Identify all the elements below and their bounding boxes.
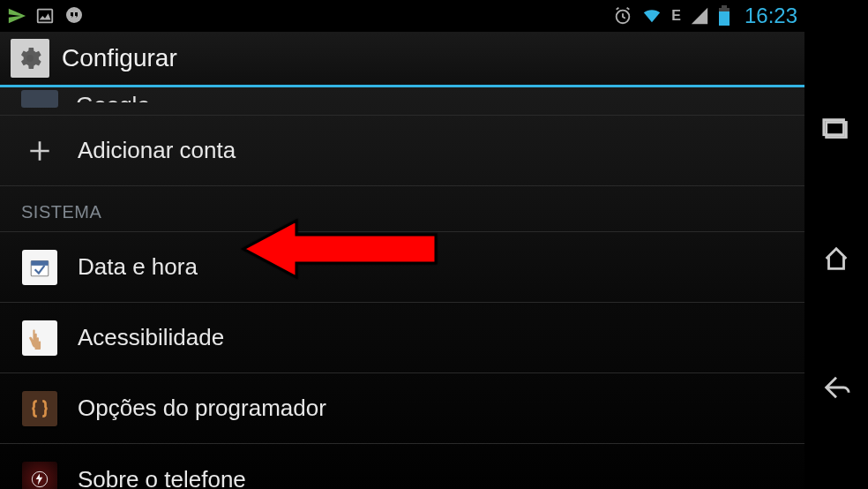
- svg-rect-4: [719, 11, 730, 26]
- battery-icon: [718, 5, 730, 26]
- calendar-icon: [21, 249, 58, 286]
- clock-time: 16:23: [745, 4, 797, 28]
- settings-item-accessibility[interactable]: Acessibilidade: [0, 303, 804, 373]
- back-button[interactable]: [821, 372, 851, 406]
- svg-rect-5: [722, 5, 727, 8]
- braces-icon: [21, 390, 58, 427]
- settings-item-label: Acessibilidade: [78, 324, 224, 351]
- send-icon: [7, 6, 26, 26]
- settings-item-label: Data e hora: [78, 253, 198, 281]
- settings-item-add-account[interactable]: Adicionar conta: [0, 116, 804, 186]
- settings-item-about-phone[interactable]: Sobre o telefone: [0, 444, 804, 489]
- svg-point-1: [66, 7, 82, 23]
- settings-item-developer-options[interactable]: Opções do programador: [0, 373, 804, 444]
- recent-apps-button[interactable]: [821, 115, 851, 148]
- settings-item-google[interactable]: Google: [0, 87, 804, 116]
- svg-rect-0: [38, 10, 53, 23]
- settings-item-label: Opções do programador: [78, 395, 326, 422]
- network-type-label: E: [671, 8, 681, 24]
- image-icon: [35, 6, 55, 26]
- signal-icon: [690, 6, 709, 26]
- about-icon: [21, 461, 58, 489]
- hangouts-icon: [64, 5, 85, 26]
- section-header-system: SISTEMA: [0, 186, 804, 232]
- settings-item-date-time[interactable]: Data e hora: [0, 232, 804, 303]
- settings-item-label: Sobre o telefone: [78, 466, 246, 490]
- settings-header[interactable]: Configurar: [0, 32, 804, 85]
- home-button[interactable]: [821, 244, 851, 277]
- settings-icon: [11, 39, 49, 78]
- settings-item-label: Google: [76, 92, 150, 102]
- alarm-icon: [613, 6, 632, 26]
- svg-rect-8: [31, 260, 49, 265]
- google-account-icon: [21, 90, 58, 108]
- status-bar: E 16:23: [0, 0, 804, 32]
- settings-list: Google Adicionar conta SISTEMA Data e ho…: [0, 87, 804, 489]
- settings-item-label: Adicionar conta: [78, 137, 236, 164]
- hand-icon: [21, 320, 58, 357]
- wifi-icon: [641, 6, 662, 26]
- navigation-bar: [804, 32, 868, 489]
- plus-icon: [21, 132, 58, 169]
- page-title: Configurar: [62, 44, 177, 72]
